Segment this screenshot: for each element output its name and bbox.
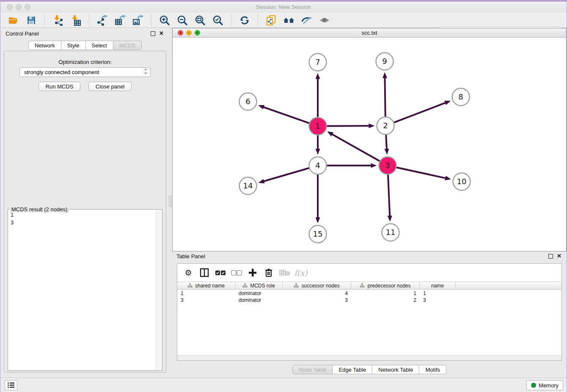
network-graph[interactable]: 1234678910111415 bbox=[173, 38, 566, 251]
run-mcds-button[interactable]: Run MCDS bbox=[39, 82, 81, 91]
float-panel-icon[interactable] bbox=[151, 31, 155, 36]
mcds-result-list[interactable]: 13 bbox=[8, 211, 155, 370]
graph-edge-arrowhead bbox=[445, 176, 451, 180]
tab-node-table[interactable]: Node Table bbox=[292, 365, 333, 374]
graph-node-label: 10 bbox=[457, 177, 467, 186]
column-header-predecessor-nodes[interactable]: predecessor nodes bbox=[351, 282, 420, 289]
result-item[interactable]: 1 bbox=[8, 211, 155, 219]
node-table-container: ⚙ f(x) bbox=[177, 263, 562, 361]
graph-edge-3-10[interactable] bbox=[396, 168, 446, 178]
export-image-icon[interactable] bbox=[132, 14, 144, 26]
houses-icon[interactable] bbox=[283, 14, 295, 26]
column-header-MCDS-role[interactable]: MCDS role bbox=[235, 282, 283, 289]
zoom-selected-icon[interactable] bbox=[212, 14, 224, 26]
tab-select[interactable]: Select bbox=[86, 41, 113, 50]
memory-button[interactable]: Memory bbox=[526, 380, 563, 390]
close-panel-button[interactable]: Close panel bbox=[88, 82, 132, 91]
graph-edge-arrowhead bbox=[371, 163, 377, 168]
chevron-up-down-icon bbox=[145, 69, 147, 74]
tab-mcds[interactable]: MCDS bbox=[113, 41, 142, 50]
deselect-all-icon[interactable] bbox=[231, 267, 242, 278]
result-item[interactable]: 3 bbox=[8, 219, 155, 226]
graph-edge-arrowhead bbox=[384, 149, 389, 155]
network-canvas[interactable]: 1234678910111415 bbox=[173, 38, 566, 251]
mcds-result-group: MCDS result (2 nodes) 13 bbox=[8, 209, 162, 371]
graph-edge-2-9[interactable] bbox=[385, 77, 385, 116]
column-header-shared-name[interactable]: shared name bbox=[177, 282, 235, 289]
table-cell[interactable]: dominator bbox=[235, 290, 283, 297]
graph-edge-2-3[interactable] bbox=[386, 135, 387, 149]
graph-edge-4-14[interactable] bbox=[264, 168, 309, 181]
graph-node-label: 1 bbox=[315, 121, 320, 130]
column-tree-icon bbox=[294, 283, 299, 288]
table-cell[interactable]: 3 bbox=[420, 297, 456, 304]
graph-edge-1-6[interactable] bbox=[263, 107, 309, 123]
table-tab-group: Node TableEdge TableNetwork TableMotifs bbox=[292, 365, 446, 374]
tab-edge-table[interactable]: Edge Table bbox=[333, 365, 372, 374]
import-table-icon[interactable] bbox=[69, 14, 82, 26]
result-scrollbar[interactable] bbox=[156, 210, 162, 370]
graph-edge-1-2[interactable] bbox=[327, 126, 369, 126]
table-cell[interactable]: 1 bbox=[351, 290, 420, 297]
graph-edge-2-8[interactable] bbox=[394, 103, 446, 123]
graph-node-label: 15 bbox=[313, 229, 323, 238]
column-header-name[interactable]: name bbox=[420, 282, 456, 289]
memory-button-label: Memory bbox=[539, 382, 559, 389]
vertical-split-handle[interactable] bbox=[169, 196, 172, 207]
hide-graphics-details-icon[interactable] bbox=[300, 14, 313, 26]
tab-network-table[interactable]: Network Table bbox=[372, 365, 419, 374]
table-body: 1dominator4113dominator323 bbox=[177, 290, 561, 304]
graph-edge-arrowhead bbox=[383, 72, 387, 78]
refresh-icon[interactable] bbox=[238, 14, 251, 26]
table-panel-header: Table Panel ✕ bbox=[172, 251, 567, 262]
graph-node-label: 11 bbox=[386, 228, 396, 237]
open-folder-icon[interactable] bbox=[7, 14, 20, 26]
tab-motifs[interactable]: Motifs bbox=[419, 365, 446, 374]
table-settings-gear-icon[interactable]: ⚙ bbox=[182, 267, 194, 278]
show-columns-icon[interactable] bbox=[198, 267, 210, 278]
table-cell[interactable]: dominator bbox=[235, 297, 283, 304]
zoom-out-icon[interactable] bbox=[176, 14, 189, 26]
eye-icon[interactable] bbox=[318, 14, 331, 26]
task-history-button[interactable] bbox=[5, 380, 17, 390]
graph-edge-3-11[interactable] bbox=[388, 174, 390, 216]
float-table-panel-icon[interactable] bbox=[548, 254, 553, 259]
graph-edge-arrowhead bbox=[258, 179, 264, 184]
zoom-in-icon[interactable] bbox=[158, 14, 171, 26]
column-header-successor-nodes[interactable]: successor nodes bbox=[283, 282, 351, 289]
graph-node-label: 4 bbox=[315, 161, 320, 170]
tab-network[interactable]: Network bbox=[28, 41, 61, 50]
table-cell[interactable]: 1 bbox=[177, 290, 235, 297]
export-table-icon[interactable] bbox=[114, 14, 127, 26]
table-panel-tabs: Node TableEdge TableNetwork TableMotifs bbox=[172, 365, 567, 374]
save-icon[interactable] bbox=[25, 14, 38, 26]
table-header-row: shared nameMCDS rolesuccessor nodesprede… bbox=[177, 282, 561, 290]
toolbar-separator bbox=[231, 14, 231, 26]
table-cell[interactable]: 3 bbox=[177, 297, 235, 304]
graph-edge-3-1[interactable] bbox=[332, 134, 380, 161]
column-tree-icon bbox=[242, 283, 248, 288]
graph-node-label: 8 bbox=[458, 92, 463, 101]
criterion-dropdown[interactable]: strongly connected component bbox=[19, 67, 151, 77]
add-icon[interactable] bbox=[247, 267, 259, 278]
import-network-icon[interactable] bbox=[52, 14, 64, 26]
graph-edge-arrowhead bbox=[327, 132, 333, 137]
copy-network-icon[interactable] bbox=[265, 14, 278, 26]
table-row[interactable]: 3dominator323 bbox=[177, 297, 561, 304]
graph-edge-arrowhead bbox=[258, 105, 264, 109]
select-all-icon[interactable] bbox=[215, 267, 226, 278]
zoom-fit-icon[interactable] bbox=[194, 14, 206, 26]
table-cell[interactable]: 1 bbox=[420, 290, 456, 297]
close-table-panel-icon[interactable]: ✕ bbox=[557, 253, 561, 259]
tab-style[interactable]: Style bbox=[61, 41, 86, 50]
main-toolbar bbox=[0, 13, 567, 28]
table-hscrollbar[interactable] bbox=[177, 355, 561, 360]
table-cell[interactable]: 4 bbox=[283, 290, 351, 297]
export-network-icon[interactable] bbox=[96, 14, 109, 26]
graph-node-label: 6 bbox=[245, 97, 250, 106]
table-cell[interactable]: 3 bbox=[283, 297, 351, 304]
table-cell[interactable]: 2 bbox=[351, 297, 420, 304]
close-panel-icon[interactable]: ✕ bbox=[159, 30, 164, 36]
delete-icon[interactable] bbox=[263, 267, 275, 278]
table-row[interactable]: 1dominator411 bbox=[177, 290, 561, 297]
